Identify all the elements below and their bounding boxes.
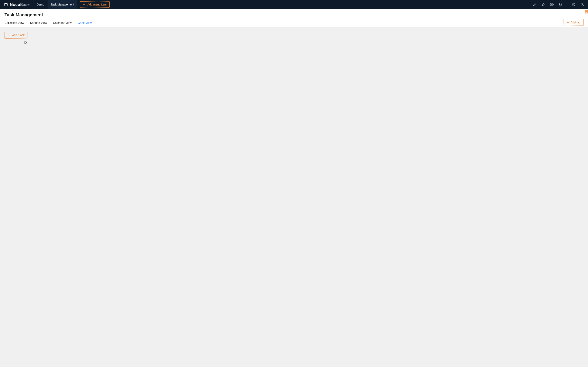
add-block-button[interactable]: Add block bbox=[4, 32, 27, 39]
nav-item-label: Task Management bbox=[51, 3, 74, 6]
user-icon[interactable] bbox=[580, 2, 584, 7]
plus-icon bbox=[83, 3, 85, 6]
nav-item-label: Demo bbox=[36, 3, 44, 6]
brand-name-thin: Base bbox=[20, 2, 30, 7]
tabs-row: Collection View Kanban View Calendar Vie… bbox=[0, 19, 588, 27]
brand-name-bold: Noco bbox=[10, 2, 20, 7]
tab-collection-view[interactable]: Collection View bbox=[4, 19, 24, 27]
tab-gantt-view[interactable]: Gantt View bbox=[78, 19, 92, 27]
brand-mark-icon bbox=[4, 2, 8, 7]
page-title: Task Management bbox=[0, 9, 588, 19]
nav-items: Demo Task Management bbox=[33, 0, 77, 9]
add-menu-item-button[interactable]: Add menu item bbox=[80, 1, 110, 8]
tab-label: Calendar View bbox=[53, 21, 72, 25]
page-drag-handle[interactable] bbox=[585, 10, 588, 13]
brand-text: NocoBase bbox=[10, 2, 30, 7]
plus-icon bbox=[567, 21, 569, 24]
topbar-actions bbox=[533, 0, 588, 9]
nav-item-task-management[interactable]: Task Management bbox=[48, 0, 77, 9]
highlighter-icon[interactable] bbox=[533, 2, 537, 7]
topbar-divider bbox=[567, 3, 567, 6]
svg-point-0 bbox=[552, 4, 553, 5]
content-area: Add block bbox=[0, 27, 588, 367]
svg-point-2 bbox=[573, 5, 574, 5]
view-tabs: Collection View Kanban View Calendar Vie… bbox=[4, 19, 92, 27]
tab-label: Kanban View bbox=[30, 21, 47, 25]
tab-label: Gantt View bbox=[78, 21, 92, 25]
help-icon[interactable] bbox=[572, 2, 576, 7]
tab-kanban-view[interactable]: Kanban View bbox=[30, 19, 47, 27]
add-menu-item-label: Add menu item bbox=[87, 3, 107, 6]
tab-calendar-view[interactable]: Calendar View bbox=[53, 19, 72, 27]
svg-point-3 bbox=[582, 3, 583, 4]
nav-item-demo[interactable]: Demo bbox=[33, 0, 47, 9]
settings-icon[interactable] bbox=[550, 2, 554, 7]
brush-icon[interactable] bbox=[541, 2, 545, 7]
add-tab-button[interactable]: Add tab bbox=[563, 19, 584, 26]
top-nav-bar: NocoBase Demo Task Management Add menu i… bbox=[0, 0, 588, 9]
tab-label: Collection View bbox=[4, 21, 24, 25]
add-block-label: Add block bbox=[12, 33, 25, 37]
plus-icon bbox=[8, 34, 10, 36]
add-tab-label: Add tab bbox=[571, 21, 580, 24]
bell-icon[interactable] bbox=[558, 2, 562, 7]
page-header: Task Management Collection View Kanban V… bbox=[0, 9, 588, 27]
brand-logo[interactable]: NocoBase bbox=[0, 0, 33, 9]
